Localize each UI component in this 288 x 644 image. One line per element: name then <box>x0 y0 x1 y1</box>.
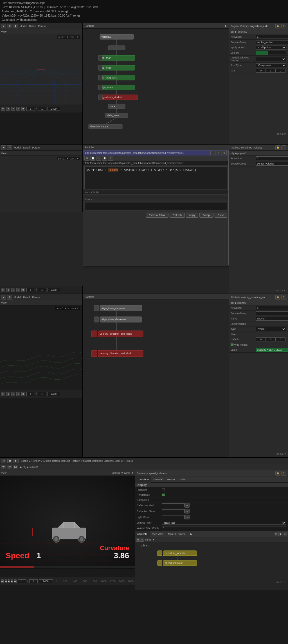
default-y-3[interactable] <box>266 337 276 341</box>
tl-btn-4-back[interactable]: ⏮ <box>1 579 4 583</box>
s4-btn-render[interactable]: 🎬 <box>7 465 12 469</box>
code-editor[interactable]: $SPEEDCHAN + (LINVL * cos($ROTTASAVE) + … <box>84 166 227 189</box>
tl-btn-2-prev[interactable]: ◀ <box>6 288 10 292</box>
node-btn-2[interactable]: ◼ <box>278 532 282 536</box>
tl-btn-prev[interactable]: ◀ <box>6 107 10 111</box>
name-input-3[interactable] <box>256 317 288 321</box>
tl-btn-3-prev[interactable]: ◀ <box>6 392 10 396</box>
tb-btn-1[interactable]: ▶ <box>1 24 6 28</box>
renderable-checkbox[interactable] <box>162 494 165 496</box>
axis-x[interactable] <box>256 69 266 73</box>
tl-btn-play[interactable]: ▶ <box>11 107 15 111</box>
refraction-mask-btn[interactable]: → <box>184 509 190 514</box>
light-mask-input[interactable] <box>162 515 184 519</box>
end-frame-4[interactable] <box>29 579 38 583</box>
axis-z[interactable] <box>276 69 285 73</box>
source-group-input-2[interactable] <box>256 162 288 166</box>
dialog-tb-4[interactable]: 📋 <box>102 156 107 161</box>
tl-btn-3-end[interactable]: ⏭ <box>21 392 25 396</box>
default-z-3[interactable] <box>276 337 285 341</box>
dialog-tb-2[interactable]: 📄 <box>90 156 95 161</box>
tab-misc[interactable]: Misc <box>178 476 188 483</box>
axis-y[interactable] <box>266 69 276 73</box>
tl-btn-2-back[interactable]: ⏮ <box>1 288 5 292</box>
tb-btn-2[interactable]: ⚙ <box>7 24 12 28</box>
tl-btn-3-back[interactable]: ⏮ <box>1 392 5 396</box>
axes-select[interactable] <box>256 57 286 61</box>
tab-material[interactable]: Material <box>151 476 165 483</box>
prop-btn-2-lock[interactable]: 🔒 <box>275 145 280 150</box>
tl-btn-2-next[interactable]: ▶ <box>16 288 20 292</box>
tl-btn-back[interactable]: ⏮ <box>1 107 5 111</box>
prop-btn-lock[interactable]: 🔒 <box>275 24 280 28</box>
dialog-max-btn[interactable]: □ <box>216 151 221 155</box>
default-x-3[interactable] <box>256 337 266 341</box>
menu-view[interactable]: View <box>1 30 6 33</box>
tab-material-palette[interactable]: Material Palette <box>166 531 188 537</box>
volume-filter-width-input[interactable] <box>162 526 286 530</box>
frame-input-1[interactable] <box>26 107 35 111</box>
tab-render[interactable]: Render <box>165 476 178 483</box>
tl-btn-2-play[interactable]: ▶ <box>11 288 15 292</box>
end-frame-1[interactable] <box>38 107 46 111</box>
tl-btn-2-end[interactable]: ⏭ <box>21 288 25 292</box>
source-group-input-1[interactable] <box>256 40 288 44</box>
activation-input-2[interactable] <box>256 156 288 160</box>
external-editor-btn[interactable]: External Editor <box>146 213 168 218</box>
prop-btn-4-help[interactable]: ? <box>281 471 286 476</box>
tab-transform[interactable]: Transform <box>135 476 151 483</box>
total-frames-3[interactable] <box>48 392 60 396</box>
close-btn[interactable]: Close <box>215 213 227 218</box>
tl-btn-end[interactable]: ⏭ <box>21 107 25 111</box>
volume-filter-select[interactable]: Box Filter <box>162 521 286 525</box>
dialog-min-btn[interactable]: _ <box>210 151 215 155</box>
dialog-tb-5[interactable]: ⎘ <box>108 156 113 161</box>
prop-btn-4-lock[interactable]: 🔒 <box>275 471 280 476</box>
tb-btn-2-1[interactable]: ▶ <box>1 145 6 150</box>
apply-motion-select[interactable]: to all points <box>256 46 286 49</box>
prop-btn-2-help[interactable]: ? <box>281 145 286 150</box>
tb-btn-2-2[interactable]: ⚙ <box>7 145 12 150</box>
value-input-3[interactable] <box>256 348 288 352</box>
type-select-3[interactable]: Vector <box>256 327 286 331</box>
tl-btn-4-next[interactable]: ▶ <box>11 579 13 583</box>
tl-btn-4-play[interactable]: ▶ <box>8 579 10 583</box>
node-btn-1[interactable]: ⚙ <box>274 532 278 536</box>
prop-btn-help[interactable]: ? <box>281 24 286 28</box>
tb-btn-3-2[interactable]: ⚙ <box>7 295 12 300</box>
light-mask-btn[interactable]: → <box>184 515 190 519</box>
total-frames-2[interactable] <box>48 288 60 292</box>
dialog-close-x-btn[interactable]: ✕ <box>222 151 227 155</box>
tab-objlevel2[interactable]: objlevel2 <box>135 531 150 537</box>
code-scrollbar[interactable] <box>84 194 227 197</box>
s4-tb-3[interactable]: ▶ <box>14 459 19 463</box>
reflection-mask-input[interactable] <box>162 503 184 507</box>
tl-btn-next[interactable]: ▶ <box>16 107 20 111</box>
tl-btn-4-prev[interactable]: ◀ <box>5 579 7 583</box>
dialog-tb-1[interactable]: ⚙ <box>84 156 89 161</box>
node-btn-3[interactable]: □ <box>283 532 287 536</box>
prop-btn-3-lock[interactable]: 🔒 <box>275 295 280 300</box>
s4-tb-2[interactable]: ◼ <box>7 459 12 463</box>
tl-btn-4-end[interactable]: ⏭ <box>14 579 17 583</box>
frame-input-4[interactable] <box>18 579 26 583</box>
tb-btn-3[interactable]: ◼ <box>13 24 18 28</box>
dialog-tb-3[interactable]: ✂ <box>96 156 101 161</box>
source-group-input-3[interactable] <box>256 311 288 315</box>
tab-tree-view[interactable]: Tree View <box>150 531 166 537</box>
menu-view-2[interactable]: View <box>1 152 6 155</box>
frame-input-2[interactable] <box>26 288 35 292</box>
reflection-mask-btn[interactable]: → <box>184 503 190 508</box>
s4-btn-cam[interactable]: 📷 <box>1 465 6 469</box>
activation-input-1[interactable] <box>256 35 288 39</box>
s4-tb-1[interactable]: ⚙ <box>1 459 6 463</box>
s4-node-tb-2[interactable]: ◎ <box>140 538 144 542</box>
axis-type-select[interactable]: Component <box>256 63 286 67</box>
apply-btn[interactable]: Apply <box>186 213 199 218</box>
end-frame-3[interactable] <box>38 392 46 396</box>
tl-btn-3-next[interactable]: ▶ <box>16 392 20 396</box>
accept-btn[interactable]: Accept <box>199 213 213 218</box>
end-frame-2[interactable] <box>38 288 46 292</box>
tab-more[interactable]: ▶ <box>188 531 195 537</box>
prop-btn-3-help[interactable]: ? <box>281 295 286 300</box>
